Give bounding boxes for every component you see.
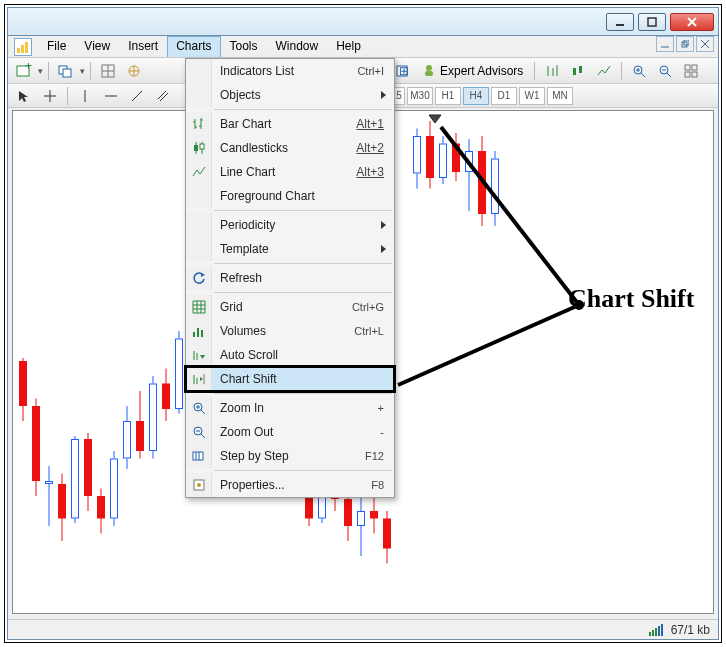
connection-icon bbox=[649, 624, 665, 636]
vertical-line-button[interactable] bbox=[73, 85, 97, 107]
menu-auto-scroll[interactable]: Auto Scroll bbox=[186, 343, 394, 367]
bar-chart-button[interactable] bbox=[540, 60, 564, 82]
menu-zoom-in[interactable]: Zoom In+ bbox=[186, 396, 394, 420]
new-chart-button[interactable]: + bbox=[12, 60, 36, 82]
svg-rect-90 bbox=[658, 626, 660, 636]
chart-shift-icon bbox=[192, 372, 206, 386]
timeframe-d1[interactable]: D1 bbox=[491, 87, 517, 105]
menu-indicators-list[interactable]: Indicators ListCtrl+I bbox=[186, 59, 394, 83]
menu-objects[interactable]: Objects bbox=[186, 83, 394, 107]
svg-line-48 bbox=[158, 91, 166, 99]
cursor-button[interactable] bbox=[12, 85, 36, 107]
mdi-minimize-button[interactable] bbox=[656, 36, 674, 52]
timeframe-mn[interactable]: MN bbox=[547, 87, 573, 105]
maximize-button[interactable] bbox=[638, 13, 666, 31]
market-watch-button[interactable] bbox=[96, 60, 120, 82]
svg-line-32 bbox=[641, 73, 645, 77]
line-chart-icon bbox=[192, 165, 206, 179]
svg-rect-41 bbox=[692, 72, 697, 77]
svg-line-73 bbox=[201, 410, 205, 414]
menu-grid[interactable]: GridCtrl+G bbox=[186, 295, 394, 319]
zoom-out-icon bbox=[192, 425, 206, 439]
annotation-label: Chart Shift bbox=[568, 284, 694, 314]
timeframe-h4[interactable]: H4 bbox=[463, 87, 489, 105]
crosshair-button[interactable] bbox=[38, 85, 62, 107]
properties-icon bbox=[192, 478, 206, 492]
menu-tools[interactable]: Tools bbox=[221, 36, 267, 57]
svg-rect-6 bbox=[25, 42, 28, 53]
svg-marker-71 bbox=[200, 377, 203, 381]
chevron-right-icon bbox=[381, 91, 386, 99]
menu-refresh[interactable]: Refresh bbox=[186, 266, 394, 290]
svg-rect-87 bbox=[649, 632, 651, 636]
expert-advisors-label: Expert Advisors bbox=[440, 64, 523, 78]
menu-periodicity[interactable]: Periodicity bbox=[186, 213, 394, 237]
horizontal-line-button[interactable] bbox=[99, 85, 123, 107]
menu-line-chart[interactable]: Line ChartAlt+3 bbox=[186, 160, 394, 184]
candlestick-button[interactable] bbox=[566, 60, 590, 82]
navigator-button[interactable] bbox=[122, 60, 146, 82]
menu-chart-shift[interactable]: Chart Shift bbox=[186, 367, 394, 391]
svg-rect-60 bbox=[200, 144, 204, 149]
timeframe-m30[interactable]: M30 bbox=[407, 87, 433, 105]
menu-bar-chart[interactable]: Bar ChartAlt+1 bbox=[186, 112, 394, 136]
channel-button[interactable] bbox=[151, 85, 175, 107]
app-window: File View Insert Charts Tools Window Hel… bbox=[7, 7, 719, 640]
svg-rect-88 bbox=[652, 630, 654, 636]
svg-rect-79 bbox=[193, 452, 203, 460]
minimize-button[interactable] bbox=[606, 13, 634, 31]
menu-properties[interactable]: Properties...F8 bbox=[186, 473, 394, 497]
svg-text:⊞: ⊞ bbox=[399, 64, 409, 78]
svg-marker-61 bbox=[201, 273, 205, 277]
candlestick-icon bbox=[192, 141, 206, 155]
timeframe-w1[interactable]: W1 bbox=[519, 87, 545, 105]
menu-volumes[interactable]: VolumesCtrl+L bbox=[186, 319, 394, 343]
menu-help[interactable]: Help bbox=[327, 36, 370, 57]
svg-rect-1 bbox=[648, 18, 656, 26]
close-button[interactable] bbox=[670, 13, 714, 31]
menu-insert[interactable]: Insert bbox=[119, 36, 167, 57]
svg-text:+: + bbox=[25, 63, 32, 73]
statusbar: 67/1 kb bbox=[8, 619, 718, 639]
menu-file[interactable]: File bbox=[38, 36, 75, 57]
menu-template[interactable]: Template bbox=[186, 237, 394, 261]
svg-rect-38 bbox=[685, 65, 690, 70]
chevron-right-icon bbox=[381, 221, 386, 229]
svg-rect-39 bbox=[692, 65, 697, 70]
svg-rect-91 bbox=[661, 624, 663, 636]
expert-advisors-button[interactable]: Expert Advisors bbox=[416, 64, 529, 78]
expert-advisors-icon bbox=[422, 64, 436, 78]
menu-window[interactable]: Window bbox=[267, 36, 328, 57]
charts-dropdown: Indicators ListCtrl+I Objects Bar ChartA… bbox=[185, 58, 395, 498]
trendline-button[interactable] bbox=[125, 85, 149, 107]
svg-line-36 bbox=[667, 73, 671, 77]
svg-line-47 bbox=[132, 91, 142, 101]
timeframe-h1[interactable]: H1 bbox=[435, 87, 461, 105]
app-icon bbox=[14, 38, 32, 56]
zoom-in-icon bbox=[192, 401, 206, 415]
zoom-in-button[interactable] bbox=[627, 60, 651, 82]
auto-scroll-icon bbox=[192, 348, 206, 362]
menu-step-by-step[interactable]: Step by StepF12 bbox=[186, 444, 394, 468]
line-chart-button[interactable] bbox=[592, 60, 616, 82]
auto-arrange-button[interactable] bbox=[679, 60, 703, 82]
svg-rect-5 bbox=[21, 45, 24, 53]
step-icon bbox=[192, 449, 206, 463]
menu-view[interactable]: View bbox=[75, 36, 119, 57]
chart-shift-marker-icon[interactable] bbox=[425, 114, 445, 128]
menu-candlesticks[interactable]: CandlesticksAlt+2 bbox=[186, 136, 394, 160]
status-text: 67/1 kb bbox=[671, 623, 710, 637]
refresh-icon bbox=[192, 271, 206, 285]
svg-marker-67 bbox=[200, 355, 205, 359]
volumes-icon bbox=[192, 324, 206, 338]
grid-icon bbox=[192, 300, 206, 314]
mdi-restore-button[interactable] bbox=[676, 36, 694, 52]
mdi-close-button[interactable] bbox=[696, 36, 714, 52]
menu-zoom-out[interactable]: Zoom Out- bbox=[186, 420, 394, 444]
menu-charts[interactable]: Charts bbox=[167, 36, 220, 57]
svg-rect-30 bbox=[579, 66, 582, 73]
zoom-out-button[interactable] bbox=[653, 60, 677, 82]
menu-foreground-chart[interactable]: Foreground Chart bbox=[186, 184, 394, 208]
profiles-button[interactable] bbox=[54, 60, 78, 82]
bar-chart-icon bbox=[192, 117, 206, 131]
